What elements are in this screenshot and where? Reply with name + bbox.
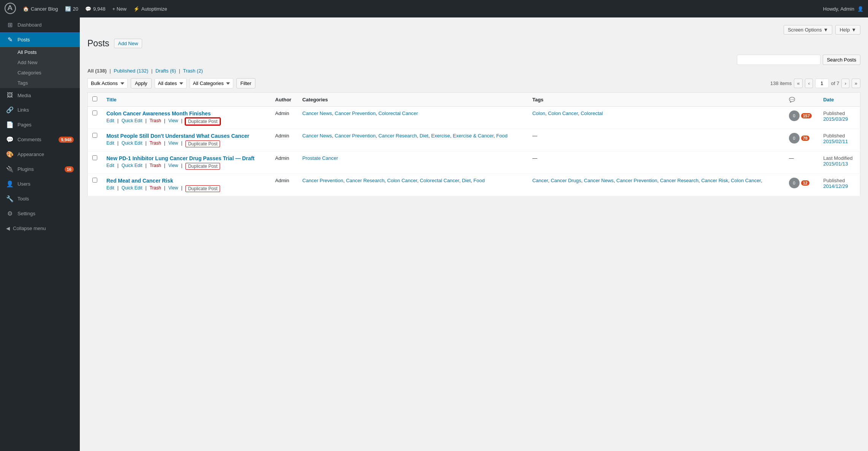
post-title-cell: Red Meat and Cancer Risk Edit | Quick Ed… bbox=[102, 174, 271, 196]
categories-filter-select[interactable]: All Categories bbox=[190, 78, 233, 88]
pagination: 138 items « ‹ of 7 › » bbox=[770, 79, 860, 88]
row-checkbox-cell[interactable] bbox=[88, 174, 102, 196]
prev-page-button[interactable]: ‹ bbox=[805, 79, 813, 88]
sidebar-item-add-new[interactable]: Add New bbox=[0, 57, 80, 68]
sidebar-item-tags[interactable]: Tags bbox=[0, 78, 80, 88]
view-link[interactable]: View bbox=[168, 185, 178, 192]
page-title: Posts bbox=[87, 38, 109, 49]
adminbar-updates[interactable]: 🔄 20 bbox=[65, 6, 78, 12]
users-icon: 👤 bbox=[6, 180, 14, 188]
trash-link[interactable]: Trash bbox=[150, 185, 161, 192]
sidebar-item-posts[interactable]: ✎ Posts bbox=[0, 32, 80, 47]
quick-edit-link[interactable]: Quick Edit bbox=[122, 118, 143, 125]
first-page-button[interactable]: « bbox=[794, 79, 803, 88]
sidebar-item-media[interactable]: 🖼 Media bbox=[0, 88, 80, 102]
quick-edit-link[interactable]: Quick Edit bbox=[122, 185, 143, 192]
row-checkbox[interactable] bbox=[92, 155, 97, 160]
chevron-down-icon: ▼ bbox=[824, 27, 828, 33]
post-title-link[interactable]: New PD-1 Inhibitor Lung Cancer Drug Pass… bbox=[106, 155, 255, 161]
sidebar-item-appearance[interactable]: 🎨 Appearance bbox=[0, 147, 80, 162]
filter-all[interactable]: All (138) bbox=[87, 68, 107, 74]
date-column-header[interactable]: Date bbox=[819, 93, 860, 107]
row-checkbox-cell[interactable] bbox=[88, 129, 102, 151]
post-title-link[interactable]: Most People Still Don't Understand What … bbox=[106, 133, 249, 139]
post-title-link[interactable]: Red Meat and Cancer Risk bbox=[106, 178, 173, 184]
trash-link[interactable]: Trash bbox=[150, 118, 161, 125]
bulk-actions-select[interactable]: Bulk Actions bbox=[87, 78, 128, 88]
last-page-button[interactable]: » bbox=[852, 79, 860, 88]
duplicate-post-button[interactable]: Duplicate Post bbox=[185, 185, 220, 192]
duplicate-post-button[interactable]: Duplicate Post bbox=[185, 140, 220, 147]
post-title-link[interactable]: Colon Cancer Awareness Month Finishes bbox=[106, 110, 211, 117]
categories-column-header: Categories bbox=[298, 93, 528, 107]
sidebar-item-label: Media bbox=[17, 93, 31, 98]
quick-edit-link[interactable]: Quick Edit bbox=[122, 163, 143, 170]
post-date-link[interactable]: 2015/03/29 bbox=[823, 116, 848, 122]
adminbar-new[interactable]: + New bbox=[112, 6, 127, 12]
edit-link[interactable]: Edit bbox=[106, 140, 114, 147]
posts-submenu: All Posts Add New Categories Tags bbox=[0, 47, 80, 88]
view-link[interactable]: View bbox=[168, 140, 178, 147]
sidebar-item-comments[interactable]: 💬 Comments 9,948 bbox=[0, 132, 80, 147]
row-actions: Edit | Quick Edit | Trash | View | Dupli… bbox=[106, 185, 266, 192]
row-checkbox[interactable] bbox=[92, 133, 97, 138]
duplicate-post-button[interactable]: Duplicate Post bbox=[185, 118, 220, 125]
post-date-cell: Last Modified 2015/01/13 bbox=[819, 151, 860, 174]
edit-link[interactable]: Edit bbox=[106, 185, 114, 192]
filter-button[interactable]: Filter bbox=[236, 78, 256, 88]
sidebar-item-users[interactable]: 👤 Users bbox=[0, 177, 80, 191]
filter-trash[interactable]: Trash (2) bbox=[183, 68, 203, 74]
post-comments-cell: 0 157 bbox=[784, 107, 819, 129]
quick-edit-link[interactable]: Quick Edit bbox=[122, 140, 143, 147]
row-checkbox-cell[interactable] bbox=[88, 151, 102, 174]
post-tags-cell: Colon, Colon Cancer, Colorectal bbox=[528, 107, 784, 129]
adminbar-autoptimize[interactable]: ⚡ Autoptimize bbox=[133, 6, 167, 12]
sidebar-item-plugins[interactable]: 🔌 Plugins 16 bbox=[0, 162, 80, 177]
title-column-header[interactable]: Title bbox=[102, 93, 271, 107]
row-checkbox[interactable] bbox=[92, 178, 97, 183]
items-count: 138 items bbox=[770, 80, 792, 86]
dates-filter-select[interactable]: All dates bbox=[155, 78, 187, 88]
search-input[interactable] bbox=[737, 55, 820, 65]
page-number-input[interactable] bbox=[815, 79, 829, 88]
sidebar-item-all-posts[interactable]: All Posts bbox=[0, 47, 80, 57]
row-checkbox[interactable] bbox=[92, 110, 97, 115]
sidebar-item-categories[interactable]: Categories bbox=[0, 68, 80, 78]
select-all-column[interactable] bbox=[88, 93, 102, 107]
sidebar-item-pages[interactable]: 📄 Pages bbox=[0, 117, 80, 132]
view-link[interactable]: View bbox=[168, 163, 178, 170]
help-button[interactable]: Help ▼ bbox=[835, 25, 860, 35]
next-page-button[interactable]: › bbox=[841, 79, 849, 88]
post-date-link[interactable]: 2014/12/29 bbox=[823, 183, 848, 189]
adminbar-site-name[interactable]: 🏠 Cancer Blog bbox=[23, 6, 58, 12]
search-posts-button[interactable]: Search Posts bbox=[823, 55, 860, 65]
post-date-link[interactable]: 2015/02/11 bbox=[823, 139, 848, 144]
sidebar-item-dashboard[interactable]: ⊞ Dashboard bbox=[0, 17, 80, 32]
post-date-link[interactable]: 2015/01/13 bbox=[823, 161, 848, 167]
filter-drafts[interactable]: Drafts (6) bbox=[155, 68, 176, 74]
edit-link[interactable]: Edit bbox=[106, 118, 114, 125]
screen-options-button[interactable]: Screen Options ▼ bbox=[784, 25, 832, 35]
select-all-checkbox[interactable] bbox=[92, 96, 97, 101]
trash-link[interactable]: Trash bbox=[150, 163, 161, 170]
add-new-button[interactable]: Add New bbox=[114, 39, 143, 48]
edit-link[interactable]: Edit bbox=[106, 163, 114, 170]
duplicate-post-button[interactable]: Duplicate Post bbox=[185, 163, 220, 170]
adminbar-comments[interactable]: 💬 9,948 bbox=[85, 6, 106, 12]
sidebar-item-tools[interactable]: 🔧 Tools bbox=[0, 191, 80, 206]
comment-bubble: 0 bbox=[789, 178, 800, 188]
sidebar-item-label: Appearance bbox=[17, 151, 44, 157]
post-tags-cell: Cancer, Cancer Drugs, Cancer News, Cance… bbox=[528, 174, 784, 196]
row-checkbox-cell[interactable] bbox=[88, 107, 102, 129]
filter-published[interactable]: Published (132) bbox=[114, 68, 148, 74]
sidebar-item-settings[interactable]: ⚙ Settings bbox=[0, 206, 80, 221]
sidebar-item-links[interactable]: 🔗 Links bbox=[0, 102, 80, 117]
apply-button[interactable]: Apply bbox=[131, 78, 152, 88]
adminbar-user-greeting[interactable]: Howdy, Admin bbox=[823, 6, 854, 12]
row-actions: Edit | Quick Edit | Trash | View | Dupli… bbox=[106, 118, 266, 125]
table-row: New PD-1 Inhibitor Lung Cancer Drug Pass… bbox=[88, 151, 860, 174]
trash-link[interactable]: Trash bbox=[150, 140, 161, 147]
view-link[interactable]: View bbox=[168, 118, 178, 125]
wp-logo[interactable] bbox=[5, 3, 16, 15]
collapse-menu[interactable]: ◀ Collapse menu bbox=[0, 221, 80, 236]
